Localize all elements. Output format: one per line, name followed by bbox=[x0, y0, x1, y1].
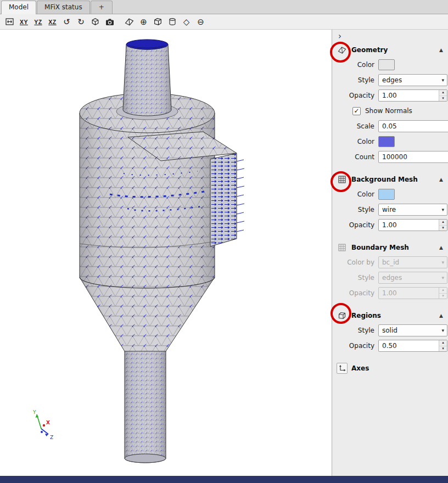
rotate-ccw-icon: ↺ bbox=[63, 17, 70, 27]
spin-up-button[interactable]: ▴ bbox=[439, 220, 447, 226]
field-label: Opacity bbox=[332, 221, 378, 229]
regions-opacity-spinbox[interactable]: 0.50 ▴ ▾ bbox=[378, 340, 447, 352]
section-header-background-mesh: Background Mesh ▲ bbox=[332, 172, 448, 187]
field-label: Opacity bbox=[332, 289, 378, 297]
geometry-color-swatch[interactable] bbox=[378, 59, 395, 70]
chevron-down-icon: ▾ bbox=[441, 275, 444, 280]
view-yz-label: YZ bbox=[34, 19, 42, 25]
spin-down-button[interactable]: ▾ bbox=[439, 226, 447, 231]
collapse-arrow-icon[interactable]: ▲ bbox=[439, 177, 443, 182]
background-mesh-icon[interactable] bbox=[337, 174, 348, 185]
bgmesh-style-row: Style wire ▾ bbox=[332, 202, 448, 217]
collapse-sidebar-button[interactable]: › bbox=[338, 32, 347, 42]
normals-scale-input[interactable] bbox=[378, 120, 448, 132]
cone-button[interactable]: ◇ bbox=[180, 15, 193, 28]
spin-value: 1.00 bbox=[379, 220, 439, 231]
toggle-geometry-button[interactable] bbox=[122, 15, 136, 28]
circle-minus-icon: ⊖ bbox=[197, 17, 204, 27]
toggle-regions-button[interactable] bbox=[151, 15, 165, 28]
model-canvas: Y X Z bbox=[0, 30, 332, 476]
collapse-arrow-icon[interactable]: ▲ bbox=[439, 313, 443, 318]
boundary-style-row: Style edges ▾ bbox=[332, 270, 448, 285]
field-label: Color bbox=[332, 190, 378, 198]
plus-icon: + bbox=[99, 3, 104, 11]
axis-z-label: Z bbox=[50, 435, 53, 440]
mfix-main-window: Model MFiX status + XY YZ XZ ↺ ↻ ⊕ ◇ ⊖ bbox=[0, 0, 448, 483]
new-tab-button[interactable]: + bbox=[91, 1, 113, 14]
reset-view-button[interactable] bbox=[3, 15, 16, 28]
field-label: Color bbox=[332, 61, 378, 69]
normals-scale-row: Scale bbox=[332, 119, 448, 134]
axis-y-label: Y bbox=[32, 409, 36, 415]
view-xz-button[interactable]: XZ bbox=[46, 15, 59, 28]
screenshot-button[interactable] bbox=[103, 15, 116, 28]
spin-buttons: ▴ ▾ bbox=[439, 340, 447, 351]
viewport-3d[interactable]: Y X Z bbox=[0, 30, 332, 476]
tab-bar: Model MFiX status + bbox=[0, 0, 448, 14]
rotate-right-button[interactable]: ↻ bbox=[74, 15, 88, 28]
chevron-down-icon: ▾ bbox=[441, 260, 444, 265]
normals-color-swatch[interactable] bbox=[378, 136, 395, 147]
perspective-button[interactable] bbox=[88, 15, 102, 28]
field-label: Style bbox=[332, 327, 378, 334]
boundary-mesh-icon[interactable] bbox=[337, 242, 348, 253]
show-normals-checkbox[interactable]: ✓ bbox=[352, 107, 361, 115]
camera-icon bbox=[105, 18, 115, 26]
boundary-colorby-select: bc_id ▾ bbox=[378, 256, 447, 268]
bgmesh-style-select[interactable]: wire ▾ bbox=[378, 204, 447, 216]
spin-up-button[interactable]: ▴ bbox=[439, 90, 447, 96]
field-label: Opacity bbox=[332, 92, 378, 99]
regions-icon[interactable] bbox=[337, 310, 348, 321]
collapse-arrow-icon[interactable]: ▲ bbox=[439, 47, 443, 53]
geometry-plane-icon bbox=[125, 17, 134, 26]
spin-down-button[interactable]: ▾ bbox=[439, 96, 447, 102]
cyclone-model bbox=[80, 40, 244, 463]
axes-icon[interactable] bbox=[337, 363, 348, 374]
spin-down-button[interactable]: ▾ bbox=[439, 346, 447, 352]
boundary-opacity-spinbox: 1.00 ▴ ▾ bbox=[378, 287, 447, 299]
section-header-regions: Regions ▲ bbox=[332, 308, 448, 323]
chevron-down-icon: ▾ bbox=[441, 207, 444, 212]
section-header-axes: Axes bbox=[332, 361, 448, 375]
show-normals-row: ✓ Show Normals bbox=[332, 103, 448, 119]
spin-down-button: ▾ bbox=[439, 294, 447, 299]
tab-mfix-status[interactable]: MFiX status bbox=[37, 1, 90, 14]
regions-style-row: Style solid ▾ bbox=[332, 323, 448, 338]
field-label: Scale bbox=[332, 122, 378, 130]
cube-icon bbox=[338, 311, 346, 320]
selected-value: edges bbox=[382, 76, 439, 84]
toggle-points-button[interactable]: ⊕ bbox=[137, 15, 150, 28]
bgmesh-color-swatch[interactable] bbox=[378, 189, 395, 200]
geometry-opacity-spinbox[interactable]: 1.00 ▴ ▾ bbox=[378, 89, 447, 102]
regions-style-select[interactable]: solid ▾ bbox=[378, 324, 447, 336]
cylinder-button[interactable] bbox=[165, 15, 179, 28]
spin-value: 0.50 bbox=[379, 340, 439, 351]
section-header-geometry: Geometry ▲ bbox=[332, 43, 448, 57]
view-xy-button[interactable]: XY bbox=[17, 15, 31, 28]
bgmesh-opacity-row: Opacity 1.00 ▴ ▾ bbox=[332, 217, 448, 233]
circle-plus-icon: ⊕ bbox=[140, 17, 147, 27]
torus-button[interactable]: ⊖ bbox=[194, 15, 208, 28]
geometry-opacity-row: Opacity 1.00 ▴ ▾ bbox=[332, 88, 448, 103]
section-header-boundary-mesh: Boundary Mesh ▲ bbox=[332, 240, 448, 255]
view-yz-button[interactable]: YZ bbox=[31, 15, 45, 28]
tab-model[interactable]: Model bbox=[1, 1, 36, 14]
normals-count-input[interactable] bbox=[378, 151, 448, 163]
boundary-style-select: edges ▾ bbox=[378, 272, 447, 284]
field-label: Style bbox=[332, 76, 378, 84]
status-progress-bar bbox=[0, 476, 448, 483]
rotate-left-button[interactable]: ↺ bbox=[60, 15, 74, 28]
field-label: Color by bbox=[332, 259, 378, 266]
bgmesh-opacity-spinbox[interactable]: 1.00 ▴ ▾ bbox=[378, 219, 447, 231]
spin-up-button[interactable]: ▴ bbox=[439, 340, 447, 346]
chevron-down-icon: ▾ bbox=[441, 77, 444, 83]
cylinder-icon bbox=[168, 17, 177, 26]
visualization-sidebar: › Geometry ▲ Color Style edges ▾ bbox=[332, 30, 448, 476]
geometry-icon[interactable] bbox=[337, 44, 348, 55]
checkbox-label: Show Normals bbox=[365, 107, 412, 115]
geometry-style-select[interactable]: edges ▾ bbox=[378, 74, 447, 86]
collapse-arrow-icon[interactable]: ▲ bbox=[439, 245, 443, 250]
geometry-style-row: Style edges ▾ bbox=[332, 72, 448, 88]
bgmesh-color-row: Color bbox=[332, 187, 448, 202]
spin-value: 1.00 bbox=[379, 90, 439, 101]
